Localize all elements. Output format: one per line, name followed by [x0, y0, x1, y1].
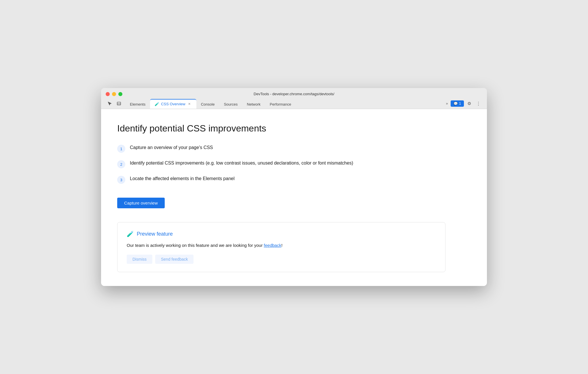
feedback-link[interactable]: feedback	[264, 243, 281, 248]
tab-console[interactable]: Console	[196, 100, 219, 109]
tab-console-label: Console	[201, 102, 215, 106]
tab-sources-label: Sources	[224, 102, 238, 106]
step-text-3: Locate the affected elements in the Elem…	[130, 175, 235, 182]
tab-tools-left	[106, 100, 123, 108]
window-title: DevTools - developer.chrome.com/tags/dev…	[254, 92, 334, 96]
notification-count: 1	[459, 102, 461, 106]
step-text-1: Capture an overview of your page's CSS	[130, 144, 213, 151]
preview-text-before-link: Our team is actively working on this fea…	[127, 243, 264, 248]
page-title: Identify potential CSS improvements	[117, 123, 471, 134]
tab-elements-label: Elements	[130, 102, 145, 106]
step-item-3: 3 Locate the affected elements in the El…	[117, 175, 471, 184]
dismiss-button[interactable]: Dismiss	[127, 255, 152, 264]
close-tab-button[interactable]: ✕	[187, 102, 192, 106]
tabs-bar: Elements 🧪 CSS Overview ✕ Console Source…	[106, 99, 482, 109]
preview-feature-title: Preview feature	[137, 231, 173, 237]
cursor-icon[interactable]	[106, 100, 114, 108]
step-text-2: Identify potential CSS improvements (e.g…	[130, 160, 353, 167]
more-tabs-button[interactable]: »	[444, 100, 450, 107]
preview-flask-icon: 🧪	[127, 230, 134, 237]
tab-performance-label: Performance	[270, 102, 291, 106]
bottom-buttons: Dismiss Send feedback	[127, 255, 436, 264]
step-number-1: 1	[117, 145, 125, 153]
tab-elements[interactable]: Elements	[125, 100, 150, 109]
minimize-control[interactable]	[112, 92, 116, 96]
tab-network[interactable]: Network	[242, 100, 265, 109]
tabs-right: » 💬 1 ⚙ ⋮	[444, 100, 482, 108]
more-options-button[interactable]: ⋮	[474, 100, 482, 108]
steps-list: 1 Capture an overview of your page's CSS…	[117, 144, 471, 184]
step-number-3: 3	[117, 176, 125, 184]
title-bar: DevTools - developer.chrome.com/tags/dev…	[101, 88, 487, 109]
devtools-window: DevTools - developer.chrome.com/tags/dev…	[101, 88, 487, 286]
capture-overview-button[interactable]: Capture overview	[117, 198, 165, 208]
chat-icon: 💬	[454, 102, 458, 106]
tab-network-label: Network	[247, 102, 261, 106]
step-item-2: 2 Identify potential CSS improvements (e…	[117, 160, 471, 168]
tab-css-overview-label: CSS Overview	[161, 102, 185, 106]
preview-header: 🧪 Preview feature	[127, 230, 436, 237]
title-bar-top: DevTools - developer.chrome.com/tags/dev…	[106, 92, 482, 96]
window-controls	[106, 92, 122, 96]
step-item-1: 1 Capture an overview of your page's CSS	[117, 144, 471, 153]
notification-button[interactable]: 💬 1	[451, 100, 464, 107]
send-feedback-button[interactable]: Send feedback	[155, 255, 194, 264]
preview-description: Our team is actively working on this fea…	[127, 242, 436, 249]
preview-text-after-link: !	[281, 243, 282, 248]
svg-rect-0	[117, 102, 121, 105]
preview-feature-box: 🧪 Preview feature Our team is actively w…	[117, 222, 445, 272]
step-number-2: 2	[117, 160, 125, 168]
tab-css-overview[interactable]: 🧪 CSS Overview ✕	[150, 99, 196, 109]
settings-button[interactable]: ⚙	[465, 100, 473, 108]
tab-performance[interactable]: Performance	[265, 100, 296, 109]
tab-sources[interactable]: Sources	[219, 100, 242, 109]
main-content: Identify potential CSS improvements 1 Ca…	[101, 109, 487, 286]
close-control[interactable]	[106, 92, 110, 96]
dock-icon[interactable]	[115, 100, 123, 108]
maximize-control[interactable]	[118, 92, 122, 96]
flask-tab-icon: 🧪	[155, 102, 159, 106]
